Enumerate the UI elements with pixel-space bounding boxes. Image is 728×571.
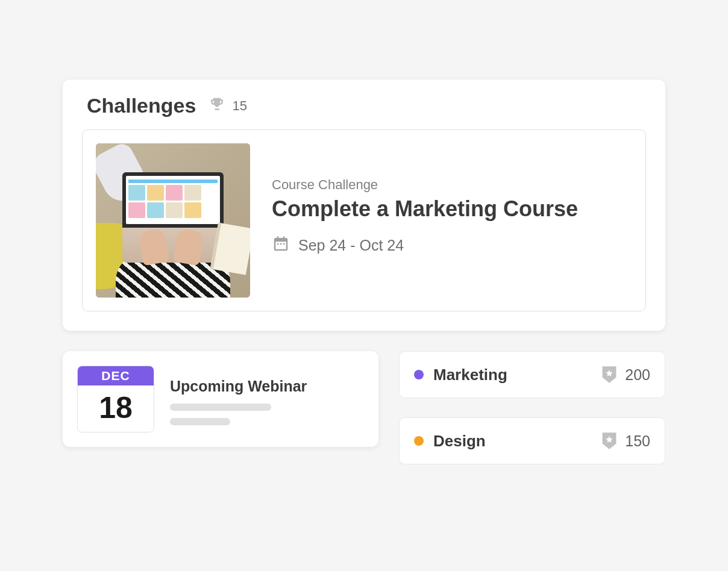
challenge-date-range: Sep 24 - Oct 24 — [298, 237, 404, 254]
challenge-subtitle: Course Challenge — [272, 177, 578, 193]
challenge-thumbnail — [96, 143, 250, 298]
tag-points: 150 — [625, 432, 650, 450]
webinar-details: Upcoming Webinar — [170, 366, 307, 432]
challenge-date: Sep 24 - Oct 24 — [272, 235, 578, 255]
tag-points: 200 — [625, 366, 650, 384]
challenges-header: Challenges 15 — [82, 94, 646, 117]
webinar-card[interactable]: DEC 18 Upcoming Webinar — [63, 351, 378, 447]
trophy-count: 15 — [208, 96, 246, 116]
trophy-count-value: 15 — [232, 98, 246, 114]
challenges-card: Challenges 15 — [63, 80, 665, 331]
webinar-title: Upcoming Webinar — [170, 378, 307, 395]
challenge-title: Complete a Marketing Course — [272, 196, 578, 222]
calendar-icon — [272, 235, 290, 255]
tag-name: Design — [433, 432, 486, 451]
tag-card-marketing[interactable]: Marketing 200 — [399, 351, 665, 398]
dot-icon — [414, 370, 424, 379]
dot-icon — [414, 436, 424, 446]
trophy-icon — [208, 96, 226, 116]
date-month: DEC — [78, 366, 154, 385]
challenge-item[interactable]: Course Challenge Complete a Marketing Co… — [82, 129, 646, 311]
tags-column: Marketing 200 Design — [399, 351, 665, 464]
challenges-title: Challenges — [87, 94, 196, 117]
date-day: 18 — [78, 385, 154, 431]
shield-star-icon — [601, 365, 618, 384]
challenge-details: Course Challenge Complete a Marketing Co… — [272, 143, 578, 255]
date-tile: DEC 18 — [77, 366, 154, 432]
shield-star-icon — [601, 431, 618, 451]
bottom-row: DEC 18 Upcoming Webinar Marketing 2 — [63, 351, 665, 464]
tag-name: Marketing — [433, 366, 507, 384]
tag-card-design[interactable]: Design 150 — [399, 417, 665, 464]
skeleton-line — [170, 404, 271, 411]
skeleton-line — [170, 418, 230, 425]
